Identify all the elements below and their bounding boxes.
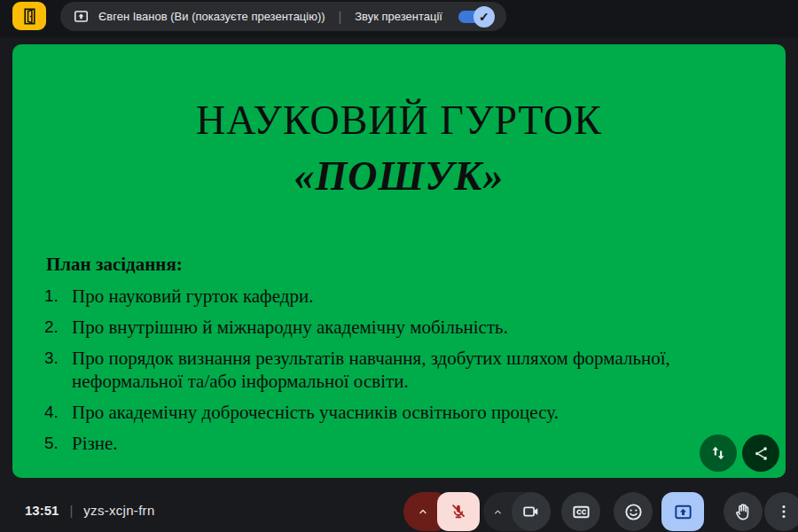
present-to-all-icon xyxy=(673,502,693,522)
list-item-text: Про внутрішню й міжнародну академічну мо… xyxy=(72,316,508,339)
mic-off-icon xyxy=(449,502,468,521)
camera-options-button[interactable] xyxy=(483,492,512,531)
emoji-icon xyxy=(623,502,644,522)
presentation-audio-label: Звук презентації xyxy=(355,10,442,23)
camera-button[interactable] xyxy=(512,492,551,531)
captions-icon xyxy=(571,502,591,522)
list-item-text: Про академічну доброчесність учасників о… xyxy=(72,401,559,424)
list-item-number: 1. xyxy=(44,285,72,308)
raise-hand-button[interactable] xyxy=(724,492,763,531)
list-item-text: Про науковий гурток кафедри. xyxy=(72,285,313,308)
three-dots-icon xyxy=(774,502,794,521)
swap-vertical-icon xyxy=(708,443,728,463)
plan-list: 1. Про науковий гурток кафедри. 2. Про в… xyxy=(44,285,706,455)
share-slide-button[interactable] xyxy=(742,434,779,472)
pill-divider: | xyxy=(334,10,347,24)
hand-icon xyxy=(733,502,754,522)
meeting-info: 13:51 | yzs-xcjn-frn xyxy=(25,503,155,518)
list-item: 5. Різне. xyxy=(44,432,706,455)
leave-door-button[interactable] xyxy=(12,2,46,30)
presentation-audio-toggle[interactable]: ✓ xyxy=(458,11,489,23)
microphone-control xyxy=(403,492,480,531)
shared-presentation-slide: НАУКОВИЙ ГУРТОК «ПОШУК» План засідання: … xyxy=(12,44,786,478)
clock-time: 13:51 xyxy=(25,503,59,518)
slide-title: НАУКОВИЙ ГУРТОК «ПОШУК» xyxy=(12,92,786,204)
list-item-text: Про порядок визнання результатів навчанн… xyxy=(72,347,698,393)
list-item: 3. Про порядок визнання результатів навч… xyxy=(44,347,706,393)
list-item-text: Різне. xyxy=(72,432,118,455)
scroll-presentation-button[interactable] xyxy=(700,434,737,472)
more-options-button[interactable] xyxy=(764,492,798,531)
present-to-all-icon xyxy=(73,8,90,25)
presenting-status-pill[interactable]: Євген Іванов (Ви (показуєте презентацію)… xyxy=(60,2,506,31)
list-item-number: 4. xyxy=(44,401,72,424)
reactions-button[interactable] xyxy=(614,492,653,531)
slide-title-line2: «ПОШУК» xyxy=(12,148,786,204)
toggle-check-icon: ✓ xyxy=(473,6,495,27)
list-item: 4. Про академічну доброчесність учасникі… xyxy=(44,401,706,424)
top-bar: Євген Іванов (Ви (показуєте презентацію)… xyxy=(0,0,798,37)
list-item: 1. Про науковий гурток кафедри. xyxy=(44,285,706,308)
present-now-button[interactable] xyxy=(661,492,704,531)
meeting-code: yzs-xcjn-frn xyxy=(83,503,154,518)
info-divider: | xyxy=(69,503,73,518)
camera-control xyxy=(483,492,551,531)
chevron-up-icon xyxy=(416,505,430,519)
mute-microphone-button[interactable] xyxy=(437,492,480,531)
chevron-up-icon xyxy=(491,505,505,519)
presenter-name-label: Євген Іванов (Ви (показуєте презентацію)… xyxy=(98,10,325,23)
plan-heading: План засідання: xyxy=(46,254,183,276)
list-item: 2. Про внутрішню й міжнародну академічну… xyxy=(44,316,706,339)
share-icon xyxy=(752,444,771,463)
door-icon xyxy=(20,6,40,27)
list-item-number: 5. xyxy=(44,432,72,455)
slide-title-line1: НАУКОВИЙ ГУРТОК xyxy=(12,92,786,148)
camera-icon xyxy=(521,502,541,521)
captions-button[interactable] xyxy=(561,492,600,531)
list-item-number: 3. xyxy=(44,347,72,393)
list-item-number: 2. xyxy=(44,316,72,339)
